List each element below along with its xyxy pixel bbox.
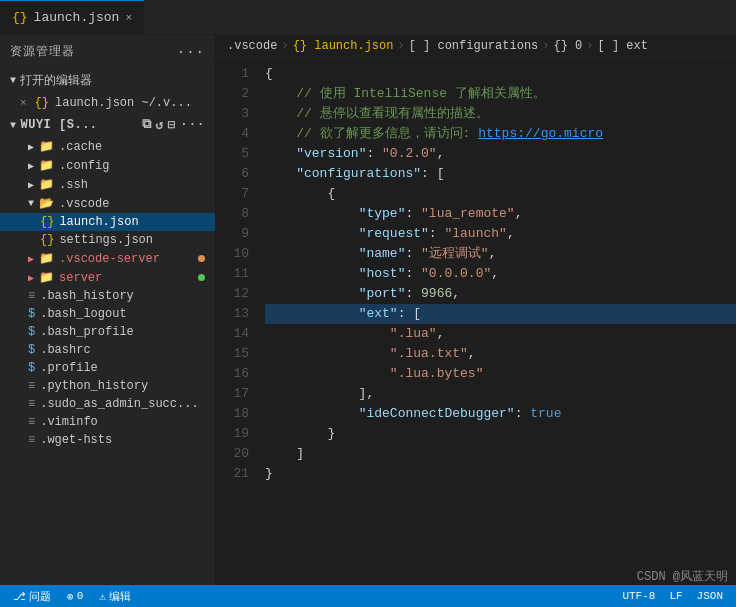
open-editors-section[interactable]: ▼ 打开的编辑器 (0, 68, 215, 93)
bashrc-icon: $ (28, 343, 35, 357)
tab-close-button[interactable]: × (125, 12, 132, 24)
breadcrumb-sep2: › (397, 39, 404, 53)
code-line-8: "type": "lua_remote", (265, 204, 736, 224)
sidebar-item-server[interactable]: ▶ 📁 server (0, 268, 215, 287)
vscode-server-chevron: ▶ (28, 253, 34, 265)
language-label: JSON (697, 590, 723, 602)
open-file-name: launch.json ~/.v... (55, 96, 192, 110)
editor-area: .vscode › {} launch.json › [ ] configura… (215, 35, 736, 585)
code-text[interactable]: { // 使用 IntelliSense 了解相关属性。 // 悬停以查看现有属… (257, 58, 736, 585)
tab-launch-json[interactable]: {} launch.json × (0, 0, 144, 34)
server-dot (198, 274, 205, 281)
sidebar-item-bash-logout[interactable]: $ .bash_logout (0, 305, 215, 323)
close-file-icon[interactable]: × (20, 97, 27, 109)
bash-history-label: .bash_history (40, 289, 134, 303)
copy-icon[interactable]: ⧉ (142, 117, 152, 133)
code-line-20: ] (265, 444, 736, 464)
explorer-label: WUYI [S... (21, 118, 98, 132)
bash-logout-label: .bash_logout (40, 307, 126, 321)
code-line-12: "port": 9966, (265, 284, 736, 304)
cache-label: .cache (59, 140, 102, 154)
status-warnings[interactable]: ⚠ 编辑 (96, 589, 134, 604)
collapse-icon[interactable]: ⊟ (168, 117, 176, 133)
ssh-chevron: ▶ (28, 179, 34, 191)
wget-hsts-icon: ≡ (28, 433, 35, 447)
json-icon: {} (35, 96, 49, 110)
sidebar: 资源管理器 ··· ▼ 打开的编辑器 × {} launch.json ~/.v… (0, 35, 215, 585)
explorer-section: ▼ WUYI [S... ⧉ ↺ ⊟ ··· (0, 113, 215, 137)
ssh-label: .ssh (59, 178, 88, 192)
sidebar-header: 资源管理器 ··· (0, 35, 215, 68)
watermark: CSDN @风蓝天明 (637, 568, 728, 585)
code-line-4: // 欲了解更多信息，请访问: https://go.micro (265, 124, 736, 144)
sidebar-item-wget-hsts[interactable]: ≡ .wget-hsts (0, 431, 215, 449)
breadcrumb-launch: {} launch.json (293, 39, 394, 53)
code-line-1: { (265, 64, 736, 84)
sudo-admin-label: .sudo_as_admin_succ... (40, 397, 198, 411)
server-chevron: ▶ (28, 272, 34, 284)
config-chevron: ▶ (28, 160, 34, 172)
error-icon: ⊗ (67, 590, 74, 603)
breadcrumb-sep1: › (281, 39, 288, 53)
status-problems-label: 问题 (29, 589, 51, 604)
settings-json-icon: {} (40, 233, 54, 247)
sidebar-item-vscode-server[interactable]: ▶ 📁 .vscode-server (0, 249, 215, 268)
refresh-icon[interactable]: ↺ (155, 117, 163, 133)
status-branch[interactable]: ⎇ 问题 (10, 589, 54, 604)
code-line-3: // 悬停以查看现有属性的描述。 (265, 104, 736, 124)
sidebar-item-sudo-admin[interactable]: ≡ .sudo_as_admin_succ... (0, 395, 215, 413)
error-count: 0 (77, 590, 84, 602)
json-file-icon: {} (12, 10, 28, 25)
breadcrumb-configurations: [ ] configurations (409, 39, 539, 53)
sidebar-item-bash-profile[interactable]: $ .bash_profile (0, 323, 215, 341)
sidebar-item-bash-history[interactable]: ≡ .bash_history (0, 287, 215, 305)
bash-history-icon: ≡ (28, 289, 35, 303)
status-language[interactable]: JSON (694, 590, 726, 602)
code-line-9: "request": "launch", (265, 224, 736, 244)
sidebar-item-profile[interactable]: $ .profile (0, 359, 215, 377)
sidebar-item-viminfo[interactable]: ≡ .viminfo (0, 413, 215, 431)
code-line-5: "version": "0.2.0", (265, 144, 736, 164)
code-line-13: "ext": [ (265, 304, 736, 324)
settings-json-label: settings.json (59, 233, 153, 247)
status-errors[interactable]: ⊗ 0 (64, 590, 86, 603)
python-history-icon: ≡ (28, 379, 35, 393)
code-line-2: // 使用 IntelliSense 了解相关属性。 (265, 84, 736, 104)
code-line-16: ".lua.bytes" (265, 364, 736, 384)
server-label: server (59, 271, 102, 285)
branch-icon: ⎇ (13, 590, 26, 603)
code-line-6: "configurations": [ (265, 164, 736, 184)
sidebar-header-actions: ··· (177, 44, 205, 60)
code-line-10: "name": "远程调试", (265, 244, 736, 264)
sidebar-item-bashrc[interactable]: $ .bashrc (0, 341, 215, 359)
sidebar-item-config[interactable]: ▶ 📁 .config (0, 156, 215, 175)
breadcrumb-zero: {} 0 (553, 39, 582, 53)
sidebar-item-python-history[interactable]: ≡ .python_history (0, 377, 215, 395)
open-editors-chevron: ▼ (10, 75, 16, 86)
code-editor[interactable]: 12345 678910 1112131415 1617181920 21 { … (215, 58, 736, 585)
vscode-chevron: ▼ (28, 198, 34, 209)
server-folder-icon: 📁 (39, 270, 54, 285)
status-eol[interactable]: LF (666, 590, 685, 602)
sidebar-item-cache[interactable]: ▶ 📁 .cache (0, 137, 215, 156)
viminfo-label: .viminfo (40, 415, 98, 429)
sidebar-item-settings-json[interactable]: {} settings.json (0, 231, 215, 249)
vscode-server-folder-icon: 📁 (39, 251, 54, 266)
profile-icon: $ (28, 361, 35, 375)
status-encoding[interactable]: UTF-8 (619, 590, 658, 602)
more-icon[interactable]: ··· (177, 44, 205, 60)
open-file-launch-json[interactable]: × {} launch.json ~/.v... (0, 93, 215, 113)
code-line-15: ".lua.txt", (265, 344, 736, 364)
sidebar-item-launch-json[interactable]: {} launch.json (0, 213, 215, 231)
explorer-actions: ⧉ ↺ ⊟ ··· (142, 117, 205, 133)
cache-chevron: ▶ (28, 141, 34, 153)
code-line-17: ], (265, 384, 736, 404)
profile-label: .profile (40, 361, 98, 375)
sidebar-item-vscode[interactable]: ▼ 📂 .vscode (0, 194, 215, 213)
more-options-icon[interactable]: ··· (180, 117, 205, 133)
sidebar-item-ssh[interactable]: ▶ 📁 .ssh (0, 175, 215, 194)
breadcrumb-ext: [ ] ext (598, 39, 648, 53)
launch-json-icon: {} (40, 215, 54, 229)
config-label: .config (59, 159, 109, 173)
code-line-11: "host": "0.0.0.0", (265, 264, 736, 284)
